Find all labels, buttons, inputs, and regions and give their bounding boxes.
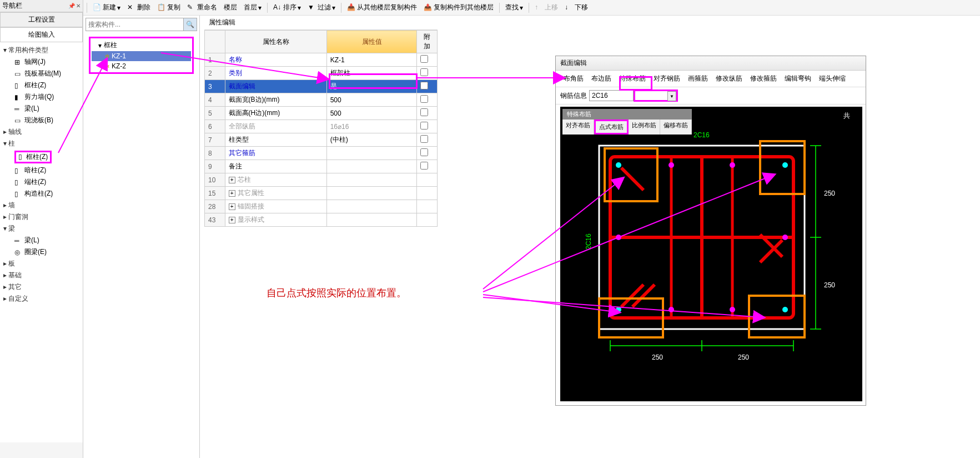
property-row[interactable]: 43+显示样式 [205,213,438,227]
tree-item[interactable]: ▭筏板基础(M) [3,68,83,79]
prop-name-cell[interactable]: 类别 [225,67,326,80]
extra-checkbox[interactable] [420,148,428,156]
sec-tab-stirrup[interactable]: 画箍筋 [685,72,711,86]
property-row[interactable]: 4截面宽(B边)(mm)500 [205,93,438,107]
tree-item-kuangzhu[interactable]: ▯框柱(Z) [3,150,83,165]
prop-extra-cell[interactable] [417,160,438,173]
prop-name-cell[interactable]: +芯柱 [225,173,326,187]
extra-checkbox[interactable] [420,95,428,103]
new-button[interactable]: 📄新建 ▾ [91,2,123,13]
expand-button[interactable]: + [229,177,235,183]
prop-value-cell[interactable] [326,187,417,200]
property-row[interactable]: 3截面编辑是 [205,80,438,93]
prop-name-cell[interactable]: 其它箍筋 [225,147,326,160]
nav-tab-project-settings[interactable]: 工程设置 [0,12,83,27]
tree-group-axis[interactable]: ▸ 轴线 [3,126,83,138]
filter-button[interactable]: ▼过滤 ▾ [305,2,338,13]
prop-value-cell[interactable]: 框架柱 [326,67,417,80]
prop-value-cell[interactable]: 500 [326,93,417,107]
extra-checkbox[interactable] [420,68,428,76]
prop-value-cell[interactable]: KZ-1 [326,53,417,67]
prop-name-cell[interactable]: +显示样式 [225,213,326,227]
sec-tab-edge[interactable]: 布边筋 [588,72,615,86]
tree-group-column[interactable]: ▾ 柱 [3,138,83,150]
rebar-info-input[interactable] [589,90,634,101]
expand-button[interactable]: + [229,217,235,223]
tree-group-slab[interactable]: ▸ 板 [3,258,83,270]
prop-extra-cell[interactable] [417,93,438,107]
move-up-button[interactable]: ↑上移 [532,2,560,13]
prop-name-cell[interactable]: 截面编辑 [225,80,326,93]
prop-extra-cell[interactable] [417,187,438,200]
sec-tab-special[interactable]: 特殊布筋 [616,72,649,86]
prop-extra-cell[interactable] [417,53,438,67]
sec-tab-mod-long[interactable]: 修改纵筋 [712,72,746,86]
prop-extra-cell[interactable] [417,80,438,93]
property-row[interactable]: 2类别框架柱 [205,67,438,80]
prop-name-cell[interactable]: 截面高(H边)(mm) [225,107,326,120]
property-row[interactable]: 9备注 [205,160,438,173]
tree-item[interactable]: ⊞轴网(J) [3,56,83,68]
comp-tree-kz2[interactable]: ✲KZ-2 [92,61,191,71]
sec-tab-mod-stirrup[interactable]: 修改箍筋 [747,72,780,86]
floor-button[interactable]: 楼层 [222,2,239,13]
extra-checkbox[interactable] [420,82,428,89]
tree-group-wall[interactable]: ▸ 墙 [3,200,83,211]
tree-group-foundation[interactable]: ▸ 基础 [3,270,83,281]
prop-extra-cell[interactable] [417,133,438,147]
comp-tree-kz1[interactable]: ✲KZ-1 [92,51,191,61]
prop-extra-cell[interactable] [417,200,438,213]
section-canvas[interactable]: 特殊布筋 对齐布筋 点式布筋 比例布筋 偏移布筋 [560,107,862,401]
prop-value-cell[interactable] [326,147,417,160]
prop-value-cell[interactable]: 是 [326,80,417,93]
prop-name-cell[interactable]: 截面宽(B边)(mm) [225,93,326,107]
tree-group-common[interactable]: ▾ 常用构件类型 [3,44,83,56]
prop-extra-cell[interactable] [417,213,438,227]
tree-group-other[interactable]: ▸ 其它 [3,281,83,293]
tree-item[interactable]: ═梁(L) [3,103,83,114]
pin-icon[interactable]: 📌 [68,3,75,9]
prop-value-cell[interactable] [326,160,417,173]
tree-item[interactable]: ▯框柱(Z) [3,79,83,91]
prop-name-cell[interactable]: +锚固搭接 [225,200,326,213]
property-row[interactable]: 6全部纵筋16⌀16 [205,120,438,133]
property-row[interactable]: 1名称KZ-1 [205,53,438,67]
tree-item[interactable]: ◎圈梁(E) [3,246,83,258]
property-row[interactable]: 15+其它属性 [205,187,438,200]
find-button[interactable]: 查找 ▾ [503,2,525,13]
property-row[interactable]: 7柱类型(中柱) [205,133,438,147]
prop-extra-cell[interactable] [417,120,438,133]
prop-value-cell[interactable] [326,213,417,227]
prop-extra-cell[interactable] [417,173,438,187]
tree-item[interactable]: ═梁(L) [3,235,83,246]
tree-item[interactable]: ▯端柱(Z) [3,176,83,188]
rename-button[interactable]: ✎重命名 [185,2,219,13]
tree-item[interactable]: ▯构造柱(Z) [3,188,83,200]
prop-extra-cell[interactable] [417,67,438,80]
extra-checkbox[interactable] [420,122,428,130]
sec-tab-corner[interactable]: 布角筋 [560,72,587,86]
copy-from-floor-button[interactable]: 📥从其他楼层复制构件 [345,2,419,13]
tree-item[interactable]: ▯暗柱(Z) [3,165,83,176]
prop-value-cell[interactable]: (中柱) [326,133,417,147]
property-row[interactable]: 28+锚固搭接 [205,200,438,213]
delete-button[interactable]: ✕删除 [125,2,153,13]
expand-button[interactable]: + [229,190,235,197]
search-button[interactable]: 🔍 [183,18,197,31]
prop-name-cell[interactable]: 全部纵筋 [225,120,326,133]
sort-button[interactable]: A↓排序 ▾ [271,2,303,13]
dropdown-button[interactable]: ▼ [667,91,676,101]
expand-button[interactable]: + [229,203,235,210]
tree-group-beam[interactable]: ▾ 梁 [3,223,83,235]
move-down-button[interactable]: ↓下移 [562,2,590,13]
prop-extra-cell[interactable] [417,107,438,120]
sec-tab-align[interactable]: 对齐钢筋 [650,72,684,86]
extra-checkbox[interactable] [420,55,428,63]
sec-tab-hook[interactable]: 编辑弯钩 [781,72,815,86]
prop-name-cell[interactable]: 备注 [225,160,326,173]
prop-name-cell[interactable]: +其它属性 [225,187,326,200]
prop-name-cell[interactable]: 名称 [225,53,326,67]
prop-value-cell[interactable] [326,200,417,213]
tree-group-custom[interactable]: ▸ 自定义 [3,293,83,305]
copy-button[interactable]: 📋复制 [155,2,183,13]
